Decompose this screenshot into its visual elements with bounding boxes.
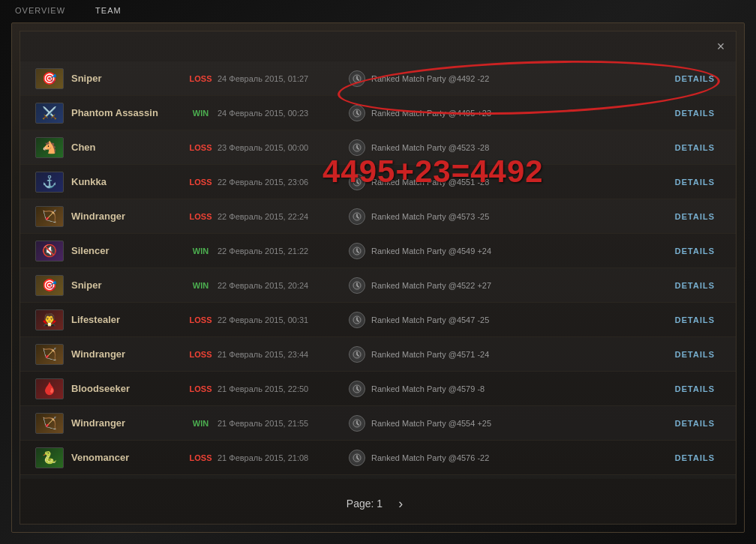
match-date: 24 Февраль 2015, 00:23 bbox=[218, 109, 349, 118]
match-type-label: Ranked Match Party @4554 +25 bbox=[371, 419, 669, 428]
match-date: 21 Февраль 2015, 21:55 bbox=[218, 419, 349, 428]
details-button[interactable]: DETAILS bbox=[669, 140, 721, 155]
hero-name: Phantom Assassin bbox=[71, 107, 184, 118]
match-type-label: Ranked Match Party @4576 -22 bbox=[371, 453, 669, 462]
match-type-icon bbox=[349, 381, 365, 397]
hero-icon: ⚔️ bbox=[36, 103, 63, 123]
match-row: 🔇 Silencer WIN 22 Февраль 2015, 21:22 Ra… bbox=[20, 234, 736, 268]
match-date: 22 Февраль 2015, 20:24 bbox=[218, 281, 349, 290]
match-row: 🧛 Lifestealer LOSS 22 Февраль 2015, 00:3… bbox=[20, 303, 736, 337]
hero-avatar: 🏹 bbox=[35, 206, 64, 227]
match-row: 🏹 Windranger WIN 21 Февраль 2015, 21:55 … bbox=[20, 406, 736, 441]
hero-avatar: 🎯 bbox=[35, 275, 64, 296]
hero-name: Lifestealer bbox=[71, 314, 184, 325]
hero-name: Windranger bbox=[71, 211, 184, 222]
match-result: WIN bbox=[184, 281, 218, 290]
match-row: 🏹 Windranger LOSS 22 Февраль 2015, 22:24… bbox=[20, 199, 736, 234]
details-button[interactable]: DETAILS bbox=[669, 381, 721, 396]
match-date: 22 Февраль 2015, 00:31 bbox=[218, 315, 349, 324]
details-button[interactable]: DETAILS bbox=[669, 312, 721, 327]
hero-avatar: 🐍 bbox=[35, 447, 64, 468]
match-type-label: Ranked Match Party @4492 -22 bbox=[371, 74, 669, 83]
match-result: LOSS bbox=[184, 384, 218, 393]
hero-name: Sniper bbox=[71, 73, 184, 84]
match-type-icon bbox=[349, 208, 365, 225]
hero-name: Venomancer bbox=[71, 452, 184, 463]
hero-avatar: 🎯 bbox=[35, 68, 64, 89]
match-type-label: Ranked Match Party @4551 -28 bbox=[371, 178, 669, 187]
match-type-icon bbox=[349, 277, 365, 294]
match-row: 🩸 Bloodseeker LOSS 21 Февраль 2015, 22:5… bbox=[20, 372, 736, 406]
details-button[interactable]: DETAILS bbox=[669, 106, 721, 121]
hero-name: Windranger bbox=[71, 417, 184, 429]
hero-icon: ⚓ bbox=[36, 172, 63, 192]
match-type-label: Ranked Match Party @4573 -25 bbox=[371, 212, 669, 221]
match-result: WIN bbox=[184, 109, 218, 118]
match-type-icon bbox=[349, 70, 365, 87]
hero-avatar: 🐴 bbox=[35, 137, 64, 158]
hero-name: Bloodseeker bbox=[71, 383, 184, 394]
next-page-button[interactable]: › bbox=[392, 495, 410, 513]
match-date: 22 Февраль 2015, 23:06 bbox=[218, 178, 349, 187]
match-row: ⚔️ Phantom Assassin WIN 24 Февраль 2015,… bbox=[20, 96, 736, 130]
match-type-label: Ranked Match Party @4523 -28 bbox=[371, 143, 669, 152]
pagination: Page: 1 › bbox=[20, 495, 736, 513]
details-button[interactable]: DETAILS bbox=[669, 244, 721, 259]
close-button[interactable]: × bbox=[712, 37, 730, 55]
match-type-label: Ranked Match Party @4547 -25 bbox=[371, 315, 669, 324]
hero-avatar: ⚓ bbox=[35, 172, 64, 193]
match-result: WIN bbox=[184, 419, 218, 428]
match-list: 🎯 Sniper LOSS 24 Февраль 2015, 01:27 Ran… bbox=[20, 61, 736, 479]
hero-avatar: 🧛 bbox=[35, 309, 64, 330]
match-result: LOSS bbox=[184, 74, 218, 83]
match-date: 22 Февраль 2015, 22:24 bbox=[218, 212, 349, 221]
hero-name: Sniper bbox=[71, 279, 184, 291]
match-type-icon bbox=[349, 312, 365, 328]
hero-icon: 🔇 bbox=[36, 241, 63, 261]
match-type-label: Ranked Match Party @4495 +23 bbox=[371, 109, 669, 118]
match-type-label: Ranked Match Party @4571 -24 bbox=[371, 350, 669, 359]
tab-overview[interactable]: Overview bbox=[15, 6, 65, 15]
match-type-icon bbox=[349, 243, 365, 259]
hero-name: Windranger bbox=[71, 348, 184, 360]
match-result: WIN bbox=[184, 247, 218, 256]
match-result: LOSS bbox=[184, 315, 218, 324]
details-button[interactable]: DETAILS bbox=[669, 278, 721, 293]
hero-name: Chen bbox=[71, 142, 184, 153]
match-type-label: Ranked Match Party @4549 +24 bbox=[371, 247, 669, 256]
match-row: 🐴 Chen LOSS 23 Февраль 2015, 00:00 Ranke… bbox=[20, 130, 736, 165]
details-button[interactable]: DETAILS bbox=[669, 209, 721, 224]
hero-icon: 🧛 bbox=[36, 310, 63, 330]
match-result: LOSS bbox=[184, 350, 218, 359]
details-button[interactable]: DETAILS bbox=[669, 347, 721, 362]
match-result: LOSS bbox=[184, 178, 218, 187]
match-type-label: Ranked Match Party @4579 -8 bbox=[371, 384, 669, 393]
hero-avatar: 🩸 bbox=[35, 378, 64, 399]
page-label: Page: 1 bbox=[346, 498, 382, 510]
match-type-icon bbox=[349, 346, 365, 363]
match-row: 🎯 Sniper WIN 22 Февраль 2015, 20:24 Rank… bbox=[20, 268, 736, 303]
hero-icon: 🏹 bbox=[36, 345, 63, 364]
hero-icon: 🐴 bbox=[36, 138, 63, 157]
match-date: 23 Февраль 2015, 00:00 bbox=[218, 143, 349, 152]
match-row: ⚓ Kunkka LOSS 22 Февраль 2015, 23:06 Ran… bbox=[20, 165, 736, 199]
match-date: 22 Февраль 2015, 21:22 bbox=[218, 247, 349, 256]
hero-icon: 🎯 bbox=[36, 69, 63, 88]
match-type-icon bbox=[349, 139, 365, 156]
match-type-icon bbox=[349, 105, 365, 121]
hero-icon: 🏹 bbox=[36, 207, 63, 226]
match-row: 🏹 Windranger LOSS 21 Февраль 2015, 23:44… bbox=[20, 337, 736, 372]
details-button[interactable]: DETAILS bbox=[669, 450, 721, 465]
match-type-label: Ranked Match Party @4522 +27 bbox=[371, 281, 669, 290]
hero-name: Silencer bbox=[71, 245, 184, 256]
match-result: LOSS bbox=[184, 143, 218, 152]
hero-avatar: 🔇 bbox=[35, 241, 64, 262]
modal-container: × 🎯 Sniper LOSS 24 Февраль 2015, 01:27 R… bbox=[11, 22, 745, 533]
hero-icon: 🐍 bbox=[36, 448, 63, 468]
details-button[interactable]: DETAILS bbox=[669, 71, 721, 86]
tab-bar: Overview Team bbox=[0, 0, 756, 21]
details-button[interactable]: DETAILS bbox=[669, 175, 721, 190]
tab-team[interactable]: Team bbox=[95, 6, 122, 15]
match-result: LOSS bbox=[184, 212, 218, 221]
details-button[interactable]: DETAILS bbox=[669, 416, 721, 431]
